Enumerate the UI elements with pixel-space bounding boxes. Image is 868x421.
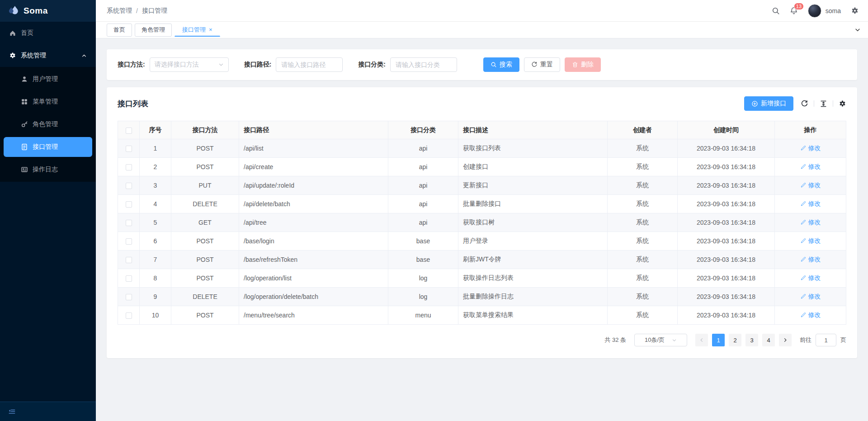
sidebar-collapse-button[interactable] (0, 402, 96, 421)
key-icon (21, 121, 28, 128)
page-button[interactable]: 2 (729, 334, 741, 346)
main-area: 系统管理 / 接口管理 13 soma (96, 0, 868, 421)
tab-role-management[interactable]: 角色管理 (135, 24, 172, 37)
tab-close-icon[interactable]: × (209, 26, 212, 33)
table-row: 2 POST /api/create api 创建接口 系统 2023-09-0… (118, 158, 846, 176)
cell-created-at: 2023-09-03 16:34:18 (678, 139, 775, 158)
edit-button[interactable]: 修改 (800, 311, 821, 319)
pager-pages: 1234 (712, 334, 775, 346)
edit-button[interactable]: 修改 (800, 255, 821, 264)
cell-creator: 系统 (608, 158, 678, 176)
table-row: 4 DELETE /api/delete/batch api 批量删除接口 系统… (118, 195, 846, 213)
row-checkbox[interactable] (126, 164, 132, 170)
tab-home[interactable]: 首页 (107, 24, 132, 37)
search-icon[interactable] (772, 7, 780, 15)
toolbar-divider (814, 100, 814, 107)
edit-button[interactable]: 修改 (800, 218, 821, 227)
delete-button[interactable]: 删除 (565, 57, 601, 72)
row-checkbox[interactable] (126, 275, 132, 282)
refresh-table-icon[interactable] (801, 100, 808, 108)
cell-created-at: 2023-09-03 16:34:18 (678, 306, 775, 325)
cell-creator: 系统 (608, 139, 678, 158)
cell-created-at: 2023-09-03 16:34:18 (678, 158, 775, 176)
logo[interactable]: Soma (0, 0, 96, 22)
cell-category: api (388, 195, 458, 213)
table-row: 9 DELETE /log/operation/delete/batch log… (118, 288, 846, 306)
cell-creator: 系统 (608, 251, 678, 269)
page-size-select[interactable]: 10条/页 (634, 334, 687, 346)
row-checkbox[interactable] (126, 294, 132, 300)
add-api-button[interactable]: 新增接口 (744, 96, 793, 111)
form-item-category: 接口分类: (358, 57, 457, 72)
edit-button[interactable]: 修改 (800, 200, 821, 208)
page-button[interactable]: 4 (762, 334, 775, 346)
cell-method: DELETE (171, 195, 239, 213)
cell-path: /api/tree (239, 213, 388, 232)
sidebar-item-menu-management[interactable]: 菜单管理 (0, 90, 96, 113)
method-select-placeholder: 请选择接口方法 (155, 61, 199, 69)
cell-method: GET (171, 213, 239, 232)
cell-method: POST (171, 269, 239, 288)
sidebar: Soma 首页 系统管理 (0, 0, 96, 421)
next-page-button[interactable] (779, 334, 792, 346)
row-checkbox[interactable] (126, 146, 132, 152)
row-checkbox[interactable] (126, 183, 132, 189)
edit-button[interactable]: 修改 (800, 181, 821, 189)
method-select[interactable]: 请选择接口方法 (150, 57, 229, 72)
sidebar-item-operation-log[interactable]: 操作日志 (0, 158, 96, 181)
table-row: 3 PUT /api/update/:roleId api 更新接口 系统 20… (118, 176, 846, 195)
chevron-up-icon (81, 53, 87, 58)
sidebar-item-system-management[interactable]: 系统管理 (0, 44, 96, 67)
breadcrumb-section[interactable]: 系统管理 (107, 7, 132, 15)
tab-api-management[interactable]: 接口管理 × (175, 24, 220, 37)
page-button[interactable]: 1 (712, 334, 725, 346)
cell-index: 3 (140, 176, 171, 195)
cell-method: POST (171, 139, 239, 158)
row-density-icon[interactable] (820, 100, 827, 108)
row-checkbox[interactable] (126, 201, 132, 208)
goto-page: 前往 页 (800, 334, 846, 346)
cell-created-at: 2023-09-03 16:34:18 (678, 251, 775, 269)
path-input[interactable] (276, 57, 343, 72)
sidebar-item-user-management[interactable]: 用户管理 (0, 68, 96, 90)
notification-bell-icon[interactable]: 13 (790, 7, 798, 15)
reset-button[interactable]: 重置 (524, 57, 560, 72)
column-settings-gear-icon[interactable] (839, 100, 846, 108)
sidebar-item-api-management[interactable]: 接口管理 (4, 137, 92, 157)
select-all-checkbox[interactable] (126, 128, 132, 134)
method-label: 接口方法: (118, 61, 145, 69)
goto-page-input[interactable] (816, 334, 836, 346)
cell-path: /log/operation/delete/batch (239, 288, 388, 306)
cell-index: 4 (140, 195, 171, 213)
pagination-total: 共 32 条 (604, 336, 626, 344)
category-input[interactable] (390, 57, 457, 72)
edit-button[interactable]: 修改 (800, 274, 821, 282)
edit-button[interactable]: 修改 (800, 144, 821, 152)
edit-button[interactable]: 修改 (800, 163, 821, 171)
row-checkbox[interactable] (126, 220, 132, 226)
user-menu[interactable]: soma (808, 4, 841, 18)
settings-gear-icon[interactable] (851, 7, 859, 15)
search-button[interactable]: 搜索 (483, 57, 519, 72)
edit-button[interactable]: 修改 (800, 237, 821, 245)
chevron-down-icon (672, 338, 677, 343)
prev-page-button[interactable] (695, 334, 708, 346)
column-header-path: 接口路径 (239, 121, 388, 139)
sidebar-item-home[interactable]: 首页 (0, 22, 96, 44)
goto-unit: 页 (840, 336, 846, 344)
tab-options-chevron-icon[interactable] (854, 27, 861, 33)
column-header-category: 接口分类 (388, 121, 458, 139)
row-checkbox[interactable] (126, 238, 132, 245)
edit-button[interactable]: 修改 (800, 293, 821, 301)
row-checkbox[interactable] (126, 312, 132, 319)
cell-category: api (388, 139, 458, 158)
category-label: 接口分类: (358, 61, 386, 69)
cell-index: 7 (140, 251, 171, 269)
cell-description: 获取操作日志列表 (458, 269, 608, 288)
page-button[interactable]: 3 (745, 334, 758, 346)
cell-method: PUT (171, 176, 239, 195)
sidebar-item-role-management[interactable]: 角色管理 (0, 113, 96, 136)
cell-method: POST (171, 232, 239, 251)
row-checkbox[interactable] (126, 257, 132, 263)
cell-index: 1 (140, 139, 171, 158)
